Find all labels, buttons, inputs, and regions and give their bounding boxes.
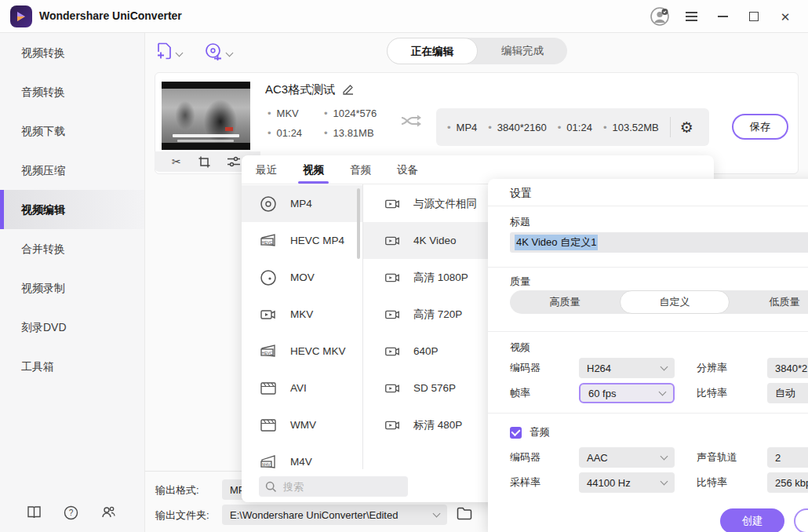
audio-section-label: 音频 [530, 425, 550, 439]
preset-item-same-as-source[interactable]: 与源文件相同 [363, 185, 489, 222]
video-bitrate-label: 比特率 [697, 383, 727, 403]
output-resolution: 3840*2160 [488, 122, 546, 133]
preset-item-480p[interactable]: 标清 480P [363, 406, 489, 443]
preset-label: 4K Video [413, 235, 457, 246]
sidebar-item-screen-record[interactable]: 视频录制 [0, 268, 144, 308]
minimize-button[interactable] [712, 6, 733, 27]
samplerate-select[interactable]: 44100 Hz [579, 472, 675, 493]
encoder-select[interactable]: H264 [579, 358, 675, 378]
chevron-down-icon [226, 49, 234, 57]
app-window: Wondershare UniConverter ✕ 视频转换 音频转换 视 [0, 0, 808, 532]
sidebar: 视频转换 音频转换 视频下载 视频压缩 视频编辑 合并转换 视频录制 刻录DVD… [0, 33, 145, 532]
preset-item-sd-576p[interactable]: SD 576P [363, 370, 489, 406]
add-file-button[interactable] [157, 42, 182, 60]
quality-custom-option[interactable]: 自定义 [620, 290, 730, 314]
preset-item-720p[interactable]: 高清 720P [363, 296, 489, 333]
sidebar-item-video-edit[interactable]: 视频编辑 [0, 190, 144, 229]
chevron-down-icon [659, 388, 667, 396]
disc-dot-icon [259, 268, 278, 287]
gear-icon[interactable]: ⚙ [680, 118, 693, 137]
format-item-hevc-mkv[interactable]: HEVC HEVC MKV [242, 333, 362, 370]
tab-device[interactable]: 设备 [397, 163, 418, 184]
title-field-label: 标题 [510, 215, 530, 229]
account-icon[interactable] [650, 6, 670, 27]
community-users-icon[interactable] [100, 505, 116, 521]
audio-bitrate-value: 256 kbps [775, 477, 808, 489]
effects-sliders-icon[interactable] [227, 156, 240, 167]
sidebar-item-burn-dvd[interactable]: 刻录DVD [0, 308, 144, 347]
channels-select[interactable]: 2 [767, 447, 808, 468]
framerate-label: 帧率 [510, 383, 530, 403]
quality-high-option[interactable]: 高质量 [510, 290, 620, 314]
audio-section-toggle[interactable]: 音频 [510, 425, 550, 439]
output-folder-select[interactable]: E:\Wondershare UniConverter\Edited [222, 505, 447, 525]
preset-item-1080p[interactable]: 高清 1080P [363, 259, 489, 296]
format-item-mov[interactable]: MOV [242, 259, 362, 296]
crop-icon[interactable] [198, 156, 210, 168]
menu-icon[interactable] [681, 6, 701, 27]
preset-item-640p[interactable]: 640P [363, 333, 489, 370]
create-button[interactable]: 创建 [720, 508, 784, 532]
tab-editing[interactable]: 正在编辑 [387, 38, 478, 64]
preset-label: 高清 1080P [413, 271, 468, 285]
sidebar-item-video-compress[interactable]: 视频压缩 [0, 151, 144, 190]
close-button[interactable]: ✕ [775, 6, 795, 27]
tab-video[interactable]: 视频 [303, 163, 324, 184]
add-disc-button[interactable] [205, 42, 232, 60]
preset-title-input[interactable]: 4K Video 自定义1 [510, 232, 808, 253]
rename-icon[interactable] [342, 83, 355, 96]
tab-audio[interactable]: 音频 [350, 163, 371, 184]
title-bar: Wondershare UniConverter ✕ [0, 0, 808, 33]
source-info: MKV 1024*576 01:24 13.81MB [268, 107, 401, 139]
video-bitrate-select[interactable]: 自动 [767, 383, 808, 403]
save-button[interactable]: 保存 [732, 114, 788, 140]
chevron-down-icon [433, 510, 441, 518]
video-thumbnail[interactable] [162, 82, 250, 150]
sidebar-item-merge-convert[interactable]: 合并转换 [0, 229, 144, 268]
format-label: HEVC MP4 [290, 235, 344, 246]
preset-list: 与源文件相同 4K Video 高清 1080P 高清 720P [363, 185, 489, 443]
search-input[interactable] [283, 481, 385, 493]
sidebar-item-video-download[interactable]: 视频下载 [0, 111, 144, 151]
format-item-mp4[interactable]: MP4 [242, 185, 362, 222]
guide-book-icon[interactable] [27, 505, 42, 521]
tab-edit-done[interactable]: 编辑完成 [478, 38, 567, 64]
maximize-button[interactable] [744, 6, 764, 27]
svg-text:M4V: M4V [262, 461, 271, 466]
format-list-scrollbar[interactable] [357, 188, 360, 259]
format-item-wmv[interactable]: WMV [242, 406, 362, 443]
format-search [259, 476, 408, 497]
sidebar-item-audio-convert[interactable]: 音频转换 [0, 72, 144, 111]
resolution-select[interactable]: 3840*21 [767, 358, 808, 378]
format-item-mkv[interactable]: MKV [242, 296, 362, 333]
preset-label: SD 576P [413, 382, 456, 394]
audio-bitrate-select[interactable]: 256 kbps [767, 472, 808, 493]
main-toolbar: 正在编辑 编辑完成 [145, 33, 808, 71]
checkbox-checked-icon[interactable] [510, 427, 522, 439]
browse-folder-icon[interactable] [457, 507, 472, 520]
tab-recent[interactable]: 最近 [256, 163, 277, 184]
chevron-down-icon [176, 49, 184, 57]
sidebar-item-video-convert[interactable]: 视频转换 [0, 33, 144, 72]
chevron-down-icon [661, 363, 668, 371]
sidebar-item-toolbox[interactable]: 工具箱 [0, 347, 144, 386]
preset-item-4k-video[interactable]: 4K Video [363, 222, 489, 259]
audio-bitrate-label: 比特率 [697, 472, 727, 493]
trim-scissors-icon[interactable]: ✂ [172, 155, 181, 168]
audio-encoder-label: 编码器 [510, 447, 540, 468]
quality-label: 质量 [510, 275, 530, 289]
video-camera-icon [384, 306, 401, 323]
quality-low-option[interactable]: 低质量 [730, 290, 808, 314]
encoder-value: H264 [587, 363, 611, 374]
divider [488, 331, 808, 332]
secondary-button-partial[interactable] [794, 508, 808, 532]
help-icon[interactable]: ? [64, 505, 79, 521]
output-duration: 01:24 [558, 122, 592, 133]
format-item-hevc-mp4[interactable]: HEVC HEVC MP4 [242, 222, 362, 259]
samplerate-value: 44100 Hz [587, 477, 631, 489]
framerate-select[interactable]: 60 fps [579, 383, 675, 403]
resolution-label: 分辨率 [697, 358, 727, 378]
app-title: Wondershare UniConverter [39, 9, 182, 22]
audio-encoder-select[interactable]: AAC [579, 447, 675, 468]
format-item-avi[interactable]: AVI [242, 370, 362, 406]
